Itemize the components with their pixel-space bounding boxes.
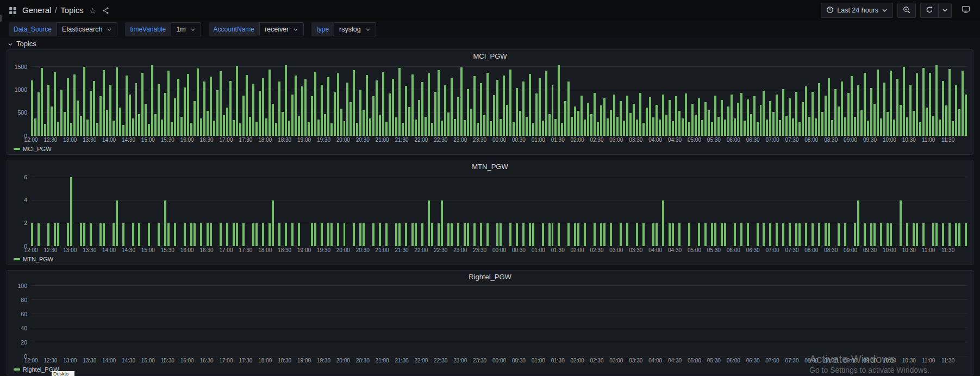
bar[interactable] [379, 115, 381, 136]
bar[interactable] [607, 118, 609, 136]
bar[interactable] [935, 65, 938, 136]
bar[interactable] [490, 121, 492, 136]
bar[interactable] [327, 77, 329, 136]
bar[interactable] [473, 76, 476, 136]
bar[interactable] [629, 113, 632, 136]
bar[interactable] [529, 223, 531, 246]
side-menu-toggle[interactable] [0, 15, 2, 22]
bar[interactable] [900, 105, 902, 136]
bar[interactable] [867, 121, 869, 136]
bar[interactable] [522, 223, 525, 246]
apps-grid-icon[interactable] [9, 7, 17, 15]
panel-title[interactable]: MCI_PGW [13, 52, 967, 62]
bar[interactable] [669, 223, 671, 246]
bar[interactable] [99, 96, 102, 136]
bar[interactable] [262, 78, 264, 136]
bar[interactable] [812, 223, 814, 246]
bar[interactable] [57, 223, 59, 246]
bar[interactable] [847, 93, 850, 136]
bar[interactable] [955, 223, 957, 246]
bar[interactable] [164, 200, 166, 246]
bar[interactable] [363, 223, 365, 246]
bar[interactable] [353, 70, 355, 136]
bar[interactable] [721, 100, 723, 136]
bar[interactable] [932, 223, 934, 246]
bar[interactable] [395, 117, 397, 136]
bar[interactable] [113, 121, 115, 136]
bar[interactable] [708, 110, 710, 136]
bar[interactable] [473, 223, 476, 246]
bar[interactable] [737, 103, 739, 136]
bar[interactable] [174, 98, 176, 136]
bar[interactable] [457, 97, 459, 136]
bar[interactable] [314, 223, 316, 246]
bar[interactable] [148, 124, 150, 136]
bar[interactable] [337, 73, 339, 136]
bar[interactable] [252, 223, 254, 246]
bar[interactable] [64, 112, 66, 136]
bar[interactable] [877, 70, 879, 136]
bar[interactable] [285, 65, 287, 136]
bar[interactable] [838, 223, 840, 246]
bar[interactable] [795, 223, 797, 246]
bar[interactable] [467, 89, 469, 136]
bar[interactable] [678, 223, 681, 246]
bar[interactable] [503, 76, 505, 136]
bar[interactable] [421, 82, 423, 136]
bar[interactable] [451, 78, 453, 136]
bar[interactable] [808, 117, 810, 136]
bar[interactable] [223, 115, 225, 136]
row-header-topics[interactable]: Topics [0, 38, 980, 49]
bar[interactable] [496, 223, 498, 246]
bar[interactable] [633, 104, 635, 136]
bar[interactable] [769, 101, 771, 136]
bar[interactable] [958, 109, 960, 136]
bar[interactable] [90, 91, 92, 136]
bar[interactable] [857, 85, 859, 136]
bar[interactable] [620, 101, 622, 136]
bar[interactable] [278, 82, 280, 136]
bar[interactable] [831, 120, 833, 136]
bar[interactable] [714, 223, 716, 246]
bar[interactable] [460, 67, 463, 136]
bar[interactable] [451, 223, 453, 246]
bar[interactable] [567, 82, 570, 136]
bar[interactable] [129, 95, 131, 136]
bar[interactable] [580, 96, 583, 136]
bar[interactable] [379, 223, 381, 246]
bar[interactable] [158, 223, 160, 246]
bar[interactable] [200, 223, 202, 246]
bar[interactable] [935, 223, 938, 246]
bar[interactable] [691, 104, 694, 136]
bar[interactable] [656, 105, 658, 136]
bar[interactable] [721, 223, 723, 246]
bar[interactable] [441, 121, 443, 136]
bar[interactable] [948, 223, 951, 246]
bar[interactable] [828, 78, 830, 136]
bar[interactable] [558, 223, 560, 246]
bar[interactable] [857, 200, 859, 246]
bar[interactable] [167, 71, 170, 136]
bar[interactable] [122, 223, 124, 246]
bar[interactable] [467, 223, 469, 246]
bar[interactable] [44, 124, 46, 136]
bar[interactable] [883, 83, 885, 136]
bar[interactable] [844, 223, 846, 246]
bar[interactable] [141, 73, 143, 136]
bar[interactable] [965, 95, 967, 136]
bar[interactable] [818, 83, 820, 136]
bar[interactable] [96, 123, 98, 136]
legend-label[interactable]: MCI_PGW [23, 146, 52, 152]
bar[interactable] [665, 115, 667, 136]
bar[interactable] [522, 82, 525, 136]
bar[interactable] [913, 111, 915, 136]
bar[interactable] [109, 85, 111, 136]
bar[interactable] [805, 223, 807, 246]
variable-value-dropdown[interactable]: Elasticsearch [57, 22, 117, 36]
bar[interactable] [552, 223, 554, 246]
bar[interactable] [438, 70, 440, 136]
bar[interactable] [132, 118, 134, 136]
bar[interactable] [616, 117, 619, 136]
bar[interactable] [594, 93, 596, 136]
bar[interactable] [688, 223, 690, 246]
